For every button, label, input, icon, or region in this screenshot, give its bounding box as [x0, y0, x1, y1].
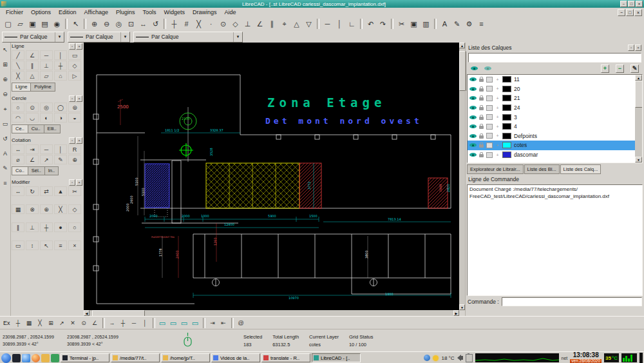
task-button-librecad[interactable]: LibreCAD - [..	[312, 353, 361, 362]
layer-lock-icon[interactable]	[479, 97, 484, 101]
palette-tab-elli[interactable]: Elli..	[44, 124, 61, 133]
cpu-meter[interactable]	[621, 353, 637, 362]
snapbar-snap-angle[interactable]: ∠	[90, 318, 100, 328]
menu-widgets[interactable]: Widgets	[160, 8, 189, 16]
tool-cercle-3[interactable]: ◎	[40, 103, 53, 112]
tool-cotation-8[interactable]: ↗	[40, 155, 53, 164]
layer-visibility-icon[interactable]	[469, 123, 477, 130]
layer-color-swatch[interactable]	[502, 133, 511, 139]
toolbar-snap-coordinate[interactable]: ⌖	[278, 18, 290, 30]
tool-modifier-20[interactable]: ×	[68, 240, 81, 250]
layer-row-3[interactable]: +3	[468, 112, 635, 122]
palette-tab-polyline[interactable]: Polyline	[30, 83, 55, 92]
snapbar-snap-entity[interactable]: ⊞	[46, 318, 57, 328]
layer-scroll-up[interactable]: ▲	[635, 75, 642, 81]
tool-ligne-5[interactable]: ▭	[68, 50, 81, 60]
toolbar-snap-auto[interactable]: ▽	[303, 18, 315, 30]
layer-print-icon[interactable]	[486, 114, 493, 120]
layer-visibility-icon[interactable]	[469, 133, 477, 139]
layer-print-icon[interactable]	[486, 152, 493, 158]
tool-modifier-6[interactable]: ▦	[12, 204, 24, 214]
pen-width-combo[interactable]: Par Calque▼	[68, 32, 130, 43]
layer-color-swatch[interactable]	[502, 123, 511, 130]
snapbar-snap-free[interactable]: ┼	[13, 318, 24, 328]
menu-plugins[interactable]: Plugins	[112, 8, 139, 16]
snapbar-restrict-nothing[interactable]: →	[107, 318, 118, 328]
window-close-button[interactable]: ×	[636, 1, 643, 7]
scroll-up-button[interactable]: ▲	[459, 43, 465, 48]
layer-row-defpoints[interactable]: +Defpoints	[468, 132, 635, 141]
toolbar-snap-on-entity[interactable]: ·	[205, 18, 217, 30]
layer-color-swatch[interactable]	[502, 95, 511, 101]
media-launcher-icon[interactable]	[51, 354, 59, 362]
window-titlebar[interactable]: LibreCAD - [..st LibreCAD carlessi_dasco…	[0, 0, 644, 8]
toolbar-snap-intersection[interactable]: △	[290, 18, 303, 30]
weather-sun-icon[interactable]	[433, 355, 439, 361]
tool-ligne-15[interactable]: ▷	[68, 71, 81, 81]
snapbar-draft-mode-2[interactable]: ▭	[168, 318, 179, 328]
tool-cercle-2[interactable]: ⊙	[26, 103, 39, 112]
tool-ligne-4[interactable]: │	[54, 50, 67, 60]
layer-lock-icon[interactable]	[479, 154, 484, 157]
tool-cotation-6[interactable]: ⌀	[12, 155, 24, 164]
layer-scroll-thumb[interactable]	[635, 81, 643, 108]
layer-print-icon[interactable]	[486, 86, 493, 92]
pen-linetype-combo[interactable]: Par Calque▼	[133, 32, 243, 43]
layer-print-icon[interactable]	[486, 133, 493, 139]
layer-lock-icon[interactable]	[479, 107, 484, 110]
palette-float-button[interactable]: ▫	[69, 137, 75, 144]
snapbar-lock-relative-zero[interactable]: ⇥	[207, 318, 218, 328]
toolbar-restrict-vertical[interactable]: │	[334, 18, 346, 30]
drawing-canvas[interactable]: Zona EtageDet mont nord ovest 2500210018…	[84, 43, 459, 310]
toolbar-open-file[interactable]: ▱	[14, 18, 26, 30]
canvas-horizontal-scrollbar[interactable]: ◀ ▶	[84, 310, 459, 316]
task-button-translate-r[interactable]: translate - R..	[261, 353, 310, 362]
layer-construction-icon[interactable]: +	[495, 115, 500, 119]
tool-cercle-9[interactable]: ◑	[54, 113, 67, 123]
dock-tab-liste-des-calq[interactable]: Liste des Calq...	[560, 164, 601, 174]
strip-edit[interactable]: ✎	[1, 164, 10, 173]
toolbar-snap-grid[interactable]: #	[180, 18, 193, 30]
strip-menu[interactable]: ≡	[1, 179, 10, 188]
layer-color-swatch[interactable]	[502, 104, 511, 111]
layer-scroll-down[interactable]: ▼	[635, 157, 642, 162]
task-button-media-77-t[interactable]: /media/77/t..	[111, 353, 160, 362]
tool-ligne-3[interactable]: ─	[40, 50, 53, 60]
palette-tab-cu[interactable]: Cu..	[28, 124, 44, 133]
tool-cercle-10[interactable]: ◒	[68, 113, 81, 123]
tool-ligne-13[interactable]: ▱	[40, 71, 53, 81]
dock-tab-explorateur-de-librair[interactable]: Explorateur de Librair...	[467, 164, 524, 174]
layer-row-dascomar[interactable]: +dascomar	[468, 150, 635, 160]
tool-modifier-5[interactable]: ✂	[68, 186, 81, 196]
layer-print-icon[interactable]	[486, 77, 493, 83]
toolbar-save-file[interactable]: ▣	[26, 18, 39, 30]
dock-tab-liste-des-bl[interactable]: Liste des Bl...	[524, 164, 560, 174]
tool-modifier-18[interactable]: ↖	[40, 240, 53, 250]
snapbar-snap-grid[interactable]: ▦	[24, 318, 35, 328]
layer-construction-icon[interactable]: +	[495, 143, 500, 148]
layer-lock-icon[interactable]	[479, 126, 484, 129]
palette-float-button[interactable]: ▫	[69, 179, 75, 186]
browser-launcher-icon[interactable]	[22, 354, 30, 362]
layer-color-swatch[interactable]	[502, 142, 511, 148]
layer-construction-icon[interactable]: +	[495, 86, 500, 91]
tool-cercle-1[interactable]: ○	[12, 103, 24, 112]
toolbar-zoom-out[interactable]: ⊖	[100, 18, 113, 30]
window-restore-button[interactable]: □	[628, 1, 635, 7]
tool-ligne-14[interactable]: ⌂	[54, 71, 67, 81]
layer-lock-icon[interactable]	[479, 135, 484, 139]
toolbar-select-pointer[interactable]: ↖	[70, 18, 82, 30]
layer-row-11[interactable]: +11	[468, 75, 635, 84]
strip-pan-view[interactable]: ▭	[1, 119, 10, 128]
toolbar-restrict-orthogonal[interactable]: ∟	[346, 18, 358, 30]
toolbar-pen-edit[interactable]: ✎	[451, 18, 463, 30]
layer-construction-icon[interactable]: +	[495, 124, 500, 129]
toolbar-paste[interactable]: ▥	[420, 18, 432, 30]
layer-visibility-icon[interactable]	[469, 86, 477, 92]
toolbar-zoom-window[interactable]: ⊡	[125, 18, 137, 30]
layer-search-input[interactable]	[468, 53, 641, 63]
tool-ligne-6[interactable]: ╲	[12, 61, 24, 70]
task-button-vid-os-de-la[interactable]: Vidéos de la..	[211, 353, 260, 362]
dock-float-button[interactable]: ▫	[628, 44, 634, 51]
toolbar-zoom-previous[interactable]: ↺	[149, 18, 162, 30]
